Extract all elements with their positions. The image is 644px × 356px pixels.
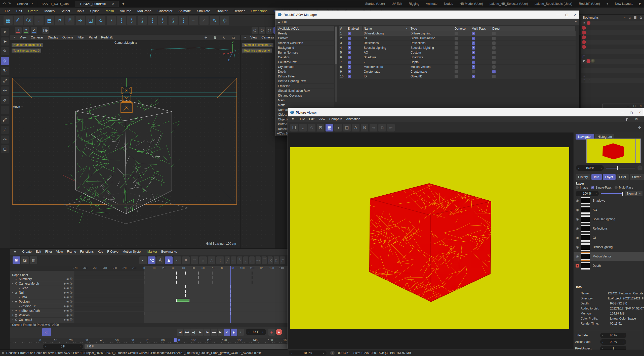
viewport-burger-icon[interactable]: ≡: [242, 35, 248, 40]
viewport-menu[interactable]: Options: [60, 35, 75, 40]
timeline-menu[interactable]: F-Curve: [105, 249, 120, 254]
viewmode-2-icon[interactable]: ⬡: [259, 27, 265, 34]
track-state-icons[interactable]: ◈ ◉ Ⓢ: [64, 282, 72, 285]
pen-icon[interactable]: ✎: [210, 16, 219, 25]
render-view-icon[interactable]: ▦: [4, 16, 13, 25]
pv-menu[interactable]: Compare: [327, 117, 344, 121]
pv-menu[interactable]: File: [298, 117, 307, 121]
person-icon[interactable]: ♟: [165, 256, 173, 264]
pv-layer-row[interactable]: ◉ Shadows: [574, 196, 644, 205]
available-aov-item[interactable]: Diffuse Lighting Raw: [276, 79, 334, 84]
coord-system-icon[interactable]: ⌊⊕: [42, 27, 49, 34]
denoise-checkbox[interactable]: [455, 37, 458, 40]
object-row[interactable]: [581, 49, 644, 54]
available-aov-item[interactable]: Depth: [276, 69, 334, 74]
viewmode-1-icon[interactable]: ⬡: [252, 27, 258, 34]
col-direct[interactable]: Direct: [491, 26, 505, 31]
track-state-icons[interactable]: ◈ ◉ Ⓢ: [64, 318, 72, 322]
direct-checkbox[interactable]: [492, 51, 496, 54]
keyframe-tick[interactable]: [144, 281, 144, 284]
keyframe-tick[interactable]: [198, 276, 198, 279]
multipass-checkbox[interactable]: [472, 32, 475, 35]
stop-render-icon[interactable]: ⊘: [308, 124, 315, 131]
keyframe-tick[interactable]: [213, 276, 213, 279]
available-aov-item[interactable]: Matte: [276, 103, 334, 108]
expand-icon[interactable]: +: [11, 314, 14, 317]
enabled-checkbox[interactable]: [348, 41, 351, 45]
model-hook-6-icon[interactable]: ⟆: [169, 16, 178, 25]
aov-row[interactable]: 5 AO Custom: [339, 50, 576, 55]
burger-icon[interactable]: ≡: [290, 117, 296, 121]
autokey-scope-icon[interactable]: A̱: [231, 329, 237, 336]
close-icon[interactable]: ✕: [640, 105, 642, 107]
menu-item[interactable]: Edit: [14, 8, 25, 14]
col-index[interactable]: #: [339, 26, 346, 31]
zoom-tool-icon[interactable]: ⌕: [1, 28, 9, 36]
keyframe-tick[interactable]: [144, 312, 144, 315]
rotate-tool-icon[interactable]: ↻: [96, 16, 105, 25]
quantize-icon[interactable]: ∠: [199, 16, 209, 25]
axis-lock-button[interactable]: Y: [23, 27, 29, 34]
pv-titlebar[interactable]: Picture Viewer — ▢ ✕: [288, 108, 644, 116]
viewport-menu[interactable]: Redshift: [99, 35, 115, 40]
link-1-icon[interactable]: ⇥: [370, 124, 377, 131]
curve-tool-icon[interactable]: ╰: [237, 256, 242, 264]
prev-frame-button[interactable]: ◀|: [190, 329, 197, 336]
pv-layer-row[interactable]: ◉ SpecularLighting: [574, 214, 644, 224]
direct-checkbox[interactable]: [492, 70, 496, 73]
multipass-checkbox[interactable]: [472, 37, 475, 40]
denoise-checkbox[interactable]: [455, 56, 458, 59]
visibility-eye-icon[interactable]: ◉: [574, 227, 581, 230]
visibility-eye-icon[interactable]: ◉: [574, 245, 581, 249]
dope-tracks[interactable]: Dope Sheet ▪ ▸ Summary ◉ Ⓢ − ⌬ ▸: [10, 271, 288, 323]
direct-checkbox[interactable]: [492, 32, 496, 35]
menu-item[interactable]: Character: [155, 8, 175, 14]
keyframe-tick[interactable]: [176, 281, 177, 284]
enabled-checkbox[interactable]: [348, 56, 351, 59]
viewport-canvas[interactable]: YXZ CameraMorph ⌬ Number of emitters: 1 …: [10, 40, 240, 248]
track-row[interactable]: ▸ Position . Y ◈ ◉ Ⓢ: [10, 304, 74, 308]
fcurve-icon[interactable]: ◪: [21, 256, 29, 264]
available-aov-item[interactable]: Beauty: [276, 31, 334, 36]
layout-toggle-icon[interactable]: ◩: [639, 2, 641, 6]
available-aov-item[interactable]: Caustics Raw: [276, 60, 334, 65]
menu-item[interactable]: Modes: [42, 8, 58, 14]
timeline-menu[interactable]: Create: [20, 249, 34, 254]
multipass-checkbox[interactable]: [472, 46, 475, 50]
scale-tool-icon[interactable]: ⤢: [1, 77, 9, 85]
viewport-menu[interactable]: Cameras: [259, 35, 275, 40]
brush-icon[interactable]: 🖉: [1, 116, 9, 124]
document-tab[interactable]: Untitled 1 * ✕: [13, 1, 37, 7]
keyframe-tick[interactable]: [185, 294, 186, 297]
cube-icon[interactable]: ⬒: [45, 16, 54, 25]
track-state-icons[interactable]: ◈ ◉ Ⓢ: [64, 295, 72, 299]
keyframe-tick[interactable]: [144, 276, 144, 279]
live-select-icon[interactable]: ➤: [1, 37, 9, 46]
keyframe-tick[interactable]: [198, 281, 198, 284]
object-row[interactable]: ◫: [581, 54, 644, 59]
layout-tab[interactable]: +: [607, 2, 608, 6]
motion-icon[interactable]: ▥: [30, 256, 37, 264]
external-icon[interactable]: ⧉: [640, 16, 642, 20]
layout-tab[interactable]: Nodes: [444, 2, 453, 6]
curve-tool-icon[interactable]: ⌒: [262, 256, 267, 264]
direct-checkbox[interactable]: [492, 37, 496, 40]
layout-tab[interactable]: UV Edit: [391, 2, 402, 6]
expand-icon[interactable]: −: [11, 318, 14, 321]
dots-brush-icon[interactable]: ∴: [1, 106, 9, 114]
layout-tab[interactable]: palette_HB_Selector (User): [490, 2, 528, 6]
pv-dock-icon[interactable]: ✥: [638, 125, 641, 130]
multipass-checkbox[interactable]: [472, 70, 475, 73]
expand-icon[interactable]: −: [11, 309, 14, 312]
keyframe-tick[interactable]: [262, 276, 262, 279]
layout-tab[interactable]: Redshift (User): [579, 2, 600, 6]
pv-layer-row[interactable]: ◉ AO: [574, 205, 644, 214]
link-2-icon[interactable]: ⧉: [378, 124, 386, 131]
curve-tool-icon[interactable]: ⋉: [268, 256, 273, 264]
keyframe-tick[interactable]: [185, 290, 186, 293]
pv-layer-row[interactable]: ◉ GI: [574, 233, 644, 242]
clear-cache-icon[interactable]: ⊠: [317, 124, 324, 131]
denoise-checkbox[interactable]: [455, 65, 458, 69]
pv-tab[interactable]: History: [576, 174, 590, 180]
text-icon[interactable]: A: [156, 256, 164, 264]
